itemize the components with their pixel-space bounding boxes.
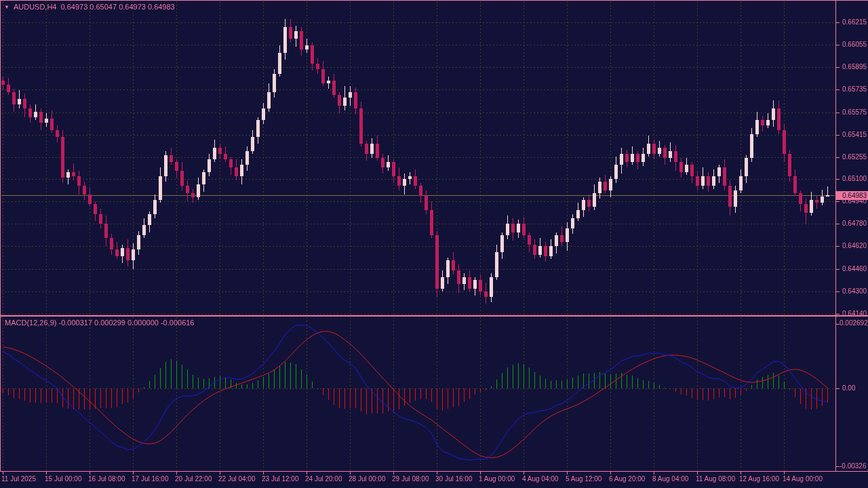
time-axis-border xyxy=(0,471,868,472)
price-axis-label: 0.65895 xyxy=(842,63,867,70)
price-axis-label: 0.64780 xyxy=(842,220,867,227)
price-axis-label: 0.65255 xyxy=(842,153,867,161)
time-axis-label: 24 Jul 20:00 xyxy=(305,475,342,483)
price-axis-label: 0.65735 xyxy=(842,85,867,93)
time-axis-label: 16 Jul 08:00 xyxy=(88,475,125,483)
price-axis-border[interactable] xyxy=(835,0,836,472)
time-axis-label: 30 Jul 16:00 xyxy=(435,475,473,483)
time-axis-label: 4 Aug 04:00 xyxy=(522,475,558,483)
dropdown-arrow-icon[interactable]: ▼ xyxy=(4,3,9,11)
time-axis-label: 11 Jul 2025 xyxy=(1,475,36,483)
time-axis-label: 1 Aug 00:00 xyxy=(479,475,515,483)
chart-title: ▼ AUDUSD,H4 0.64973 0.65047 0.64973 0.64… xyxy=(4,3,175,11)
time-axis-label: 20 Jul 22:00 xyxy=(175,475,212,483)
time-axis-label: 23 Jul 12:00 xyxy=(262,475,299,483)
time-axis-label: 15 Jul 00:00 xyxy=(45,475,82,483)
price-axis-label: 0.64940 xyxy=(842,197,867,205)
price-axis-label: 0.64620 xyxy=(842,242,867,249)
macd-axis-max: 0.002692 xyxy=(840,319,868,327)
macd-axis-zero: 0.00 xyxy=(842,384,855,392)
chart-canvas[interactable] xyxy=(0,0,868,488)
trading-chart-window: ▼ AUDUSD,H4 0.64973 0.65047 0.64973 0.64… xyxy=(0,0,868,488)
panel-separator[interactable] xyxy=(0,315,868,317)
time-axis-label: 6 Aug 20:00 xyxy=(609,475,645,483)
macd-axis-min: -0.00326 xyxy=(840,462,866,470)
time-axis-label: 12 Aug 16:00 xyxy=(739,475,779,483)
time-axis-label: 11 Aug 08:00 xyxy=(696,475,735,483)
price-axis-label: 0.66215 xyxy=(842,18,867,26)
price-axis-label: 0.64300 xyxy=(842,287,867,295)
time-axis-label: 28 Jul 00:00 xyxy=(349,475,386,483)
time-axis-label: 29 Jul 08:00 xyxy=(392,475,429,483)
price-axis-label: 0.66055 xyxy=(842,41,867,48)
ohlc-values: 0.64973 0.65047 0.64973 0.64983 xyxy=(61,3,175,11)
frame-top xyxy=(0,0,868,1)
macd-indicator-label: MACD(12,26,9) -0.000317 0.000299 0.00000… xyxy=(5,319,195,327)
time-axis-label: 5 Aug 12:00 xyxy=(566,475,601,483)
price-axis-label: 0.65415 xyxy=(842,131,867,138)
frame-left xyxy=(0,0,1,472)
time-axis-label: 8 Aug 04:00 xyxy=(652,475,688,483)
time-axis-label: 17 Jul 16:00 xyxy=(132,475,169,483)
price-axis-label: 0.64460 xyxy=(842,265,867,272)
price-axis-label: 0.64140 xyxy=(842,310,867,317)
time-axis-label: 14 Aug 00:00 xyxy=(783,475,823,483)
symbol-timeframe-label: AUDUSD,H4 xyxy=(14,3,57,11)
price-axis-label: 0.65100 xyxy=(842,175,867,182)
time-axis-label: 22 Jul 04:00 xyxy=(218,475,256,483)
price-axis-label: 0.65575 xyxy=(842,108,867,116)
